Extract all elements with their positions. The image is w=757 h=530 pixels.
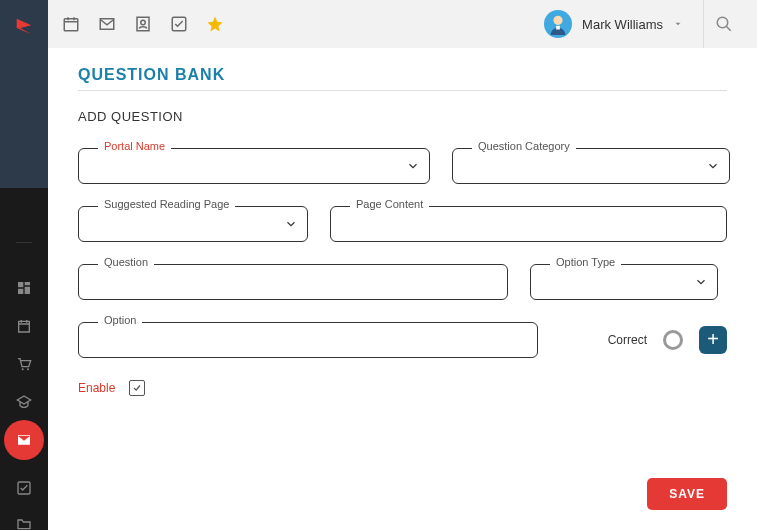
- cart-icon[interactable]: [16, 356, 32, 372]
- portal-name-label: Portal Name: [98, 140, 171, 152]
- option-type-select[interactable]: [530, 264, 718, 300]
- task-icon[interactable]: [170, 15, 188, 33]
- option-type-label: Option Type: [550, 256, 621, 268]
- content-area: QUESTION BANK ADD QUESTION Portal Name Q…: [48, 48, 757, 530]
- title-rule: [78, 90, 727, 91]
- svg-rect-3: [64, 19, 78, 31]
- calendar-icon[interactable]: [16, 318, 32, 334]
- option-label: Option: [98, 314, 142, 326]
- page-content-input[interactable]: [330, 206, 727, 242]
- svg-point-0: [22, 368, 24, 370]
- sidebar-header: [0, 0, 48, 188]
- sidebar: [0, 0, 48, 530]
- page-title: QUESTION BANK: [78, 66, 727, 84]
- app-logo: [13, 16, 35, 38]
- option-field: Option: [78, 322, 538, 358]
- svg-rect-9: [556, 26, 560, 30]
- search-button[interactable]: [703, 0, 743, 48]
- portal-name-field: Portal Name: [78, 148, 430, 184]
- sidebar-separator: [16, 242, 32, 243]
- page-content-field: Page Content: [330, 206, 727, 242]
- user-name[interactable]: Mark Williams: [582, 17, 663, 32]
- question-category-label: Question Category: [472, 140, 576, 152]
- user-caret-icon[interactable]: [673, 19, 683, 29]
- add-option-button[interactable]: +: [699, 326, 727, 354]
- avatar[interactable]: [544, 10, 572, 38]
- correct-label: Correct: [608, 333, 647, 347]
- option-type-field: Option Type: [530, 264, 718, 300]
- question-category-select[interactable]: [452, 148, 730, 184]
- enable-checkbox[interactable]: [129, 380, 145, 396]
- page-content-label: Page Content: [350, 198, 429, 210]
- svg-point-6: [141, 20, 146, 25]
- star-icon[interactable]: [206, 15, 224, 33]
- suggested-reading-field: Suggested Reading Page: [78, 206, 308, 242]
- portal-name-select[interactable]: [78, 148, 430, 184]
- checkbox-list-icon[interactable]: [16, 480, 32, 496]
- topbar: Mark Williams: [48, 0, 757, 48]
- folder-icon[interactable]: [16, 516, 32, 530]
- mail-top-icon[interactable]: [98, 15, 116, 33]
- enable-label: Enable: [78, 381, 115, 395]
- suggested-reading-select[interactable]: [78, 206, 308, 242]
- contact-icon[interactable]: [134, 15, 152, 33]
- svg-point-8: [554, 16, 563, 25]
- suggested-reading-label: Suggested Reading Page: [98, 198, 235, 210]
- dashboard-icon[interactable]: [16, 280, 32, 296]
- calendar-top-icon[interactable]: [62, 15, 80, 33]
- education-icon[interactable]: [16, 394, 32, 410]
- page-subtitle: ADD QUESTION: [78, 109, 727, 124]
- question-category-field: Question Category: [452, 148, 730, 184]
- search-icon: [715, 15, 733, 33]
- question-field: Question: [78, 264, 508, 300]
- check-icon: [132, 383, 142, 393]
- correct-radio[interactable]: [663, 330, 683, 350]
- option-input[interactable]: [78, 322, 538, 358]
- question-input[interactable]: [78, 264, 508, 300]
- save-button[interactable]: SAVE: [647, 478, 727, 510]
- mail-icon: [16, 432, 32, 448]
- sidebar-mail-active[interactable]: [4, 420, 44, 460]
- question-label: Question: [98, 256, 154, 268]
- svg-point-1: [27, 368, 29, 370]
- svg-point-10: [717, 17, 728, 28]
